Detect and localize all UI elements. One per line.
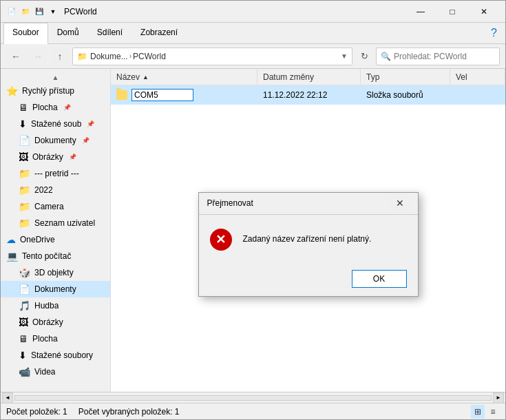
- videos-icon: 📹: [19, 366, 30, 377]
- sidebar-scroll-up[interactable]: ▲: [1, 72, 110, 83]
- list-view-button[interactable]: ≡: [486, 405, 500, 419]
- window-title: PCWorld: [64, 7, 405, 17]
- titlebar-icons: 📄 📁 💾 ▼: [6, 6, 59, 17]
- dialog-title: Přejmenovat: [207, 198, 390, 208]
- search-input[interactable]: [394, 52, 495, 61]
- file-name-cell: [111, 89, 257, 101]
- refresh-button[interactable]: ↻: [355, 48, 373, 65]
- desktop-icon: 🖥: [19, 102, 28, 113]
- sidebar-item-pictures[interactable]: 🖼 Obrázky 📌: [1, 149, 110, 165]
- desktop2-icon: 🖥: [19, 333, 28, 344]
- tab-zobrazeni[interactable]: Zobrazení: [131, 23, 187, 43]
- sidebar-item-videos[interactable]: 📹 Videa: [1, 364, 110, 380]
- sidebar-item-pictures2[interactable]: 🖼 Obrázky: [1, 314, 110, 330]
- pictures2-icon: 🖼: [19, 317, 28, 328]
- sidebar-item-this-pc[interactable]: 💻 Tento počítač: [1, 248, 110, 264]
- sidebar-item-downloads[interactable]: ⬇ Stažené soub 📌: [1, 116, 110, 132]
- downloads-icon: ⬇: [19, 118, 27, 129]
- up-button[interactable]: ↑: [50, 47, 70, 66]
- folder-icon-file: [116, 90, 127, 100]
- sidebar-item-3d[interactable]: 🎲 3D objekty: [1, 264, 110, 281]
- 3d-icon: 🎲: [19, 267, 30, 278]
- breadcrumb: Dokume... › PCWorld: [90, 52, 166, 61]
- dropdown-arrow-icon: ▼: [48, 6, 59, 17]
- address-dropdown-arrow[interactable]: ▼: [341, 52, 348, 60]
- quick-access-icon: ⭐: [6, 85, 18, 96]
- close-button[interactable]: ✕: [468, 1, 500, 23]
- sort-arrow: ▲: [143, 74, 149, 81]
- toolbar: ← → ↑ 📁 Dokume... › PCWorld ▼ ↻ 🔍: [1, 44, 505, 69]
- help-button[interactable]: ?: [485, 23, 503, 43]
- table-row[interactable]: 11.12.2022 22:12 Složka souborů: [111, 85, 505, 105]
- maximize-button[interactable]: □: [436, 1, 468, 23]
- explorer-window: 📄 📁 💾 ▼ PCWorld — □ ✕ Soubor Domů Sdílen…: [0, 0, 506, 420]
- file-icon: 📄: [6, 6, 17, 17]
- scroll-right-button[interactable]: ►: [493, 392, 504, 403]
- tab-soubor[interactable]: Soubor: [3, 23, 48, 44]
- documents2-icon: 📄: [19, 284, 30, 295]
- pin-icon4: 📌: [69, 154, 76, 160]
- error-icon: ✕: [210, 229, 232, 251]
- sidebar-item-seznam[interactable]: 📁 Seznam uzivatel: [1, 215, 110, 231]
- ok-button[interactable]: OK: [352, 270, 407, 288]
- ribbon-tabs: Soubor Domů Sdílení Zobrazení ?: [1, 23, 505, 43]
- col-header-name[interactable]: Název ▲: [111, 69, 257, 85]
- address-bar[interactable]: 📁 Dokume... › PCWorld ▼: [72, 48, 352, 65]
- this-pc-icon: 💻: [6, 251, 18, 262]
- onedrive-icon: ☁: [6, 234, 16, 245]
- col-header-type[interactable]: Typ: [361, 69, 450, 85]
- view-controls: ⊞ ≡: [471, 405, 500, 419]
- sidebar-item-2022[interactable]: 📁 2022: [1, 182, 110, 198]
- folder-icon-title: 📁: [20, 6, 31, 17]
- breadcrumb-dokume[interactable]: Dokume...: [90, 52, 128, 61]
- rename-input[interactable]: [131, 89, 193, 101]
- sidebar-item-documents[interactable]: 📄 Dokumenty 📌: [1, 132, 110, 149]
- pictures-icon: 🖼: [19, 151, 28, 162]
- downloads2-icon: ⬇: [19, 350, 27, 361]
- rename-error-dialog: Přejmenovat ✕ ✕ Zadaný název zařízení ne…: [198, 192, 419, 297]
- sidebar-item-pretrid[interactable]: 📁 --- pretrid ---: [1, 165, 110, 182]
- sidebar-item-desktop[interactable]: 🖥 Plocha 📌: [1, 99, 110, 116]
- back-button[interactable]: ←: [6, 47, 25, 66]
- sidebar-item-onedrive[interactable]: ☁ OneDrive: [1, 231, 110, 248]
- sidebar-item-music[interactable]: 🎵 Hudba: [1, 297, 110, 314]
- tab-sdileni[interactable]: Sdílení: [88, 23, 131, 43]
- search-icon: 🔍: [381, 52, 391, 61]
- music-icon: 🎵: [19, 300, 30, 311]
- folder-2022-icon: 📁: [19, 185, 30, 196]
- horizontal-scrollbar[interactable]: ◄ ►: [1, 392, 505, 403]
- scroll-track[interactable]: [14, 395, 492, 401]
- window-controls: — □ ✕: [405, 1, 500, 23]
- sidebar: ▲ ⭐ Rychlý přístup 🖥 Plocha 📌 ⬇ Stažené …: [1, 69, 111, 392]
- dialog-close-button[interactable]: ✕: [390, 193, 410, 213]
- sidebar-item-desktop2[interactable]: 🖥 Plocha: [1, 330, 110, 347]
- dialog-message: Zadaný název zařízení není platný.: [243, 233, 372, 245]
- documents-icon: 📄: [19, 135, 30, 146]
- col-header-date[interactable]: Datum změny: [257, 69, 361, 85]
- grid-view-button[interactable]: ⊞: [471, 405, 485, 419]
- pin-icon: 📌: [63, 104, 71, 111]
- seznam-icon: 📁: [19, 218, 30, 229]
- file-type-cell: Složka souborů: [361, 90, 450, 100]
- sidebar-item-quick-access[interactable]: ⭐ Rychlý přístup: [1, 83, 110, 99]
- scroll-left-button[interactable]: ◄: [2, 392, 13, 403]
- sidebar-item-camera[interactable]: 📁 Camera: [1, 198, 110, 215]
- forward-button[interactable]: →: [28, 47, 48, 66]
- title-bar: 📄 📁 💾 ▼ PCWorld — □ ✕: [1, 1, 505, 23]
- save-icon: 💾: [34, 6, 45, 17]
- breadcrumb-pcworld[interactable]: PCWorld: [133, 52, 166, 61]
- selected-count: Počet vybraných položek: 1: [78, 407, 180, 417]
- status-bar: Počet položek: 1 Počet vybraných položek…: [1, 403, 505, 419]
- dialog-footer: OK: [199, 264, 418, 296]
- camera-icon: 📁: [19, 201, 30, 212]
- sidebar-item-downloads2[interactable]: ⬇ Stažené soubory: [1, 347, 110, 364]
- dialog-body: ✕ Zadaný název zařízení není platný.: [199, 215, 418, 264]
- col-header-size[interactable]: Vel: [450, 69, 505, 85]
- tab-domu[interactable]: Domů: [48, 23, 88, 43]
- main-area: ▲ ⭐ Rychlý přístup 🖥 Plocha 📌 ⬇ Stažené …: [1, 69, 505, 392]
- items-count: Počet položek: 1: [6, 407, 67, 417]
- search-bar[interactable]: 🔍: [376, 48, 500, 65]
- minimize-button[interactable]: —: [405, 1, 436, 23]
- sidebar-item-documents-active[interactable]: 📄 Dokumenty: [1, 281, 110, 297]
- file-list-header: Název ▲ Datum změny Typ Vel: [111, 69, 505, 85]
